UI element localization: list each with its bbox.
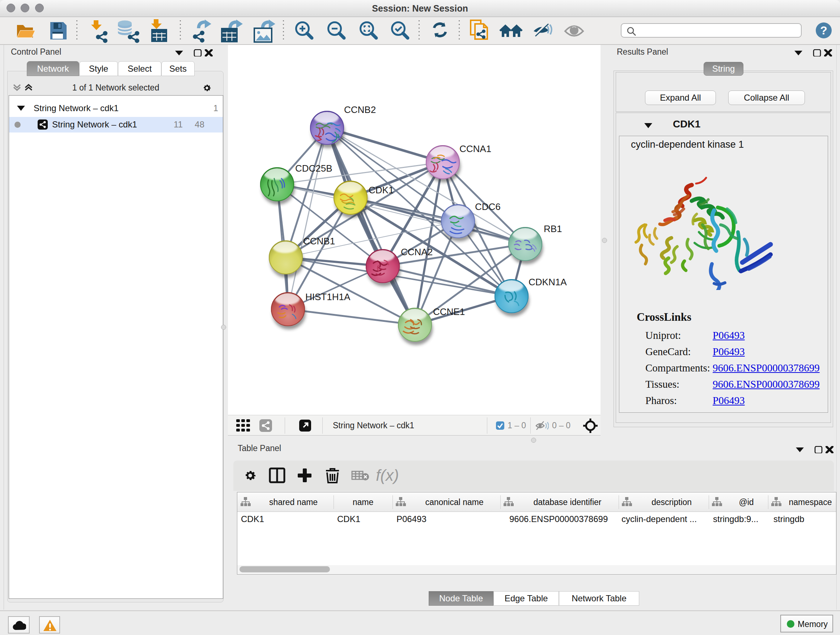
svg-text:RB1: RB1 — [544, 223, 562, 234]
svg-text:CCNB1: CCNB1 — [303, 236, 335, 247]
svg-text:CDKN1A: CDKN1A — [529, 277, 567, 287]
svg-text:HIST1H1A: HIST1H1A — [305, 291, 351, 302]
svg-text:CCNA1: CCNA1 — [459, 143, 491, 154]
svg-text:CDC25B: CDC25B — [295, 163, 332, 174]
svg-text:CDK1: CDK1 — [369, 185, 393, 195]
svg-text:CDC6: CDC6 — [475, 201, 501, 212]
svg-text:?: ? — [820, 24, 827, 37]
svg-text:f(x): f(x) — [376, 466, 399, 484]
svg-text:CCNB2: CCNB2 — [344, 104, 376, 115]
svg-text:CCNE1: CCNE1 — [433, 306, 465, 317]
svg-text:CCNA2: CCNA2 — [401, 247, 433, 257]
